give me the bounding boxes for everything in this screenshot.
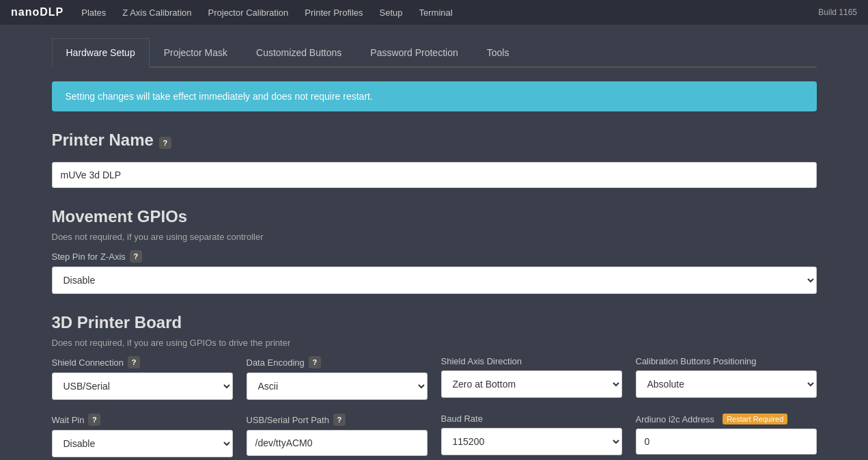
tab-hardware-setup[interactable]: Hardware Setup — [52, 38, 150, 68]
wait-pin-help-icon[interactable]: ? — [88, 414, 100, 426]
tab-bar: Hardware Setup Projector Mask Customized… — [52, 38, 817, 68]
usb-serial-port-path-label-row: USB/Serial Port Path ? — [247, 414, 428, 426]
topnav: nanoDLP Plates Z Axis Calibration Projec… — [0, 0, 868, 25]
baud-rate-select[interactable]: 9600 19200 38400 57600 115200 250000 — [441, 428, 622, 455]
movement-gpios-section: Movement GPIOs Does not required, if you… — [52, 207, 817, 294]
usb-serial-port-path-group: USB/Serial Port Path ? — [247, 414, 428, 457]
nav-link-z-axis[interactable]: Z Axis Calibration — [121, 2, 193, 23]
calibration-buttons-group: Calibration Buttons Positioning Absolute… — [636, 356, 817, 400]
baud-rate-label: Baud Rate — [441, 414, 483, 424]
printer-board-row2: Wait Pin ? Disable GPIO 2 GPIO 3 GPIO 4 … — [52, 414, 817, 460]
calibration-buttons-select[interactable]: Absolute Relative — [636, 370, 817, 398]
shield-axis-select[interactable]: Zero at Bottom Zero at Top — [441, 370, 622, 398]
wait-pin-label: Wait Pin — [52, 415, 85, 425]
logo-text: nanoDLP — [11, 6, 64, 18]
printer-name-input[interactable] — [52, 162, 817, 188]
arduino-i2c-address-group: Ardiuno i2c Address Restart Required — [636, 414, 817, 457]
restart-required-badge: Restart Required — [723, 414, 787, 424]
step-pin-label: Step Pin for Z-Axis — [52, 252, 126, 262]
printer-board-section: 3D Printer Board Does not required, if y… — [52, 313, 817, 460]
printer-name-help-icon[interactable]: ? — [159, 137, 171, 149]
baud-rate-group: Baud Rate 9600 19200 38400 57600 115200 … — [441, 414, 622, 457]
wait-pin-group: Wait Pin ? Disable GPIO 2 GPIO 3 GPIO 4 — [52, 414, 233, 457]
data-encoding-group: Data Encoding ? Ascii Binary — [247, 356, 428, 400]
tab-projector-mask[interactable]: Projector Mask — [150, 38, 242, 68]
shield-connection-help-icon[interactable]: ? — [128, 356, 140, 368]
shield-connection-label: Shield Connection — [52, 357, 124, 368]
shield-axis-label: Shield Axis Direction — [441, 356, 522, 366]
arduino-i2c-address-input[interactable] — [636, 429, 817, 455]
data-encoding-select[interactable]: Ascii Binary — [247, 373, 428, 400]
banner-message: Setting changes will take effect immedia… — [66, 91, 373, 102]
movement-gpios-desc: Does not required, if you are using sepa… — [52, 232, 817, 242]
step-pin-select[interactable]: Disable GPIO 2 GPIO 3 GPIO 4 GPIO 5 — [52, 267, 817, 294]
calibration-buttons-label-row: Calibration Buttons Positioning — [636, 356, 817, 366]
logo: nanoDLP — [11, 6, 64, 18]
shield-axis-label-row: Shield Axis Direction — [441, 356, 622, 366]
arduino-i2c-label: Ardiuno i2c Address — [636, 414, 715, 424]
tab-tools[interactable]: Tools — [473, 38, 524, 68]
data-encoding-label-row: Data Encoding ? — [247, 356, 428, 368]
build-number: Build 1165 — [818, 8, 857, 17]
tab-customized-buttons[interactable]: Customized Buttons — [242, 38, 356, 68]
shield-axis-group: Shield Axis Direction Zero at Bottom Zer… — [441, 356, 622, 400]
data-encoding-help-icon[interactable]: ? — [309, 356, 321, 368]
movement-gpios-title: Movement GPIOs — [52, 207, 817, 226]
printer-board-desc: Does not required, if you are using GPIO… — [52, 338, 817, 348]
usb-serial-port-path-label: USB/Serial Port Path — [247, 415, 329, 425]
step-pin-help-icon[interactable]: ? — [130, 250, 142, 262]
step-pin-label-row: Step Pin for Z-Axis ? — [52, 250, 817, 262]
printer-board-row1: Shield Connection ? USB/Serial Serial I2… — [52, 356, 817, 414]
printer-name-title: Printer Name — [52, 131, 154, 150]
shield-connection-select[interactable]: USB/Serial Serial I2C None — [52, 373, 233, 400]
wait-pin-label-row: Wait Pin ? — [52, 414, 233, 426]
nav-links: Plates Z Axis Calibration Projector Cali… — [80, 2, 818, 23]
nav-link-setup[interactable]: Setup — [378, 2, 404, 23]
baud-rate-label-row: Baud Rate — [441, 414, 622, 424]
shield-connection-label-row: Shield Connection ? — [52, 356, 233, 368]
nav-link-plates[interactable]: Plates — [80, 2, 107, 23]
step-pin-group: Step Pin for Z-Axis ? Disable GPIO 2 GPI… — [52, 250, 817, 294]
nav-link-printer-profiles[interactable]: Printer Profiles — [303, 2, 364, 23]
printer-name-section: Printer Name ? — [52, 131, 817, 188]
data-encoding-label: Data Encoding — [247, 357, 305, 368]
tab-password-protection[interactable]: Password Protection — [356, 38, 472, 68]
usb-serial-port-path-help-icon[interactable]: ? — [333, 414, 346, 426]
shield-connection-group: Shield Connection ? USB/Serial Serial I2… — [52, 356, 233, 400]
arduino-i2c-label-row: Ardiuno i2c Address Restart Required — [636, 414, 817, 424]
calibration-buttons-label: Calibration Buttons Positioning — [636, 356, 757, 366]
usb-serial-port-path-input[interactable] — [247, 430, 428, 456]
nav-link-terminal[interactable]: Terminal — [418, 2, 454, 23]
info-banner: Setting changes will take effect immedia… — [52, 81, 817, 111]
wait-pin-select[interactable]: Disable GPIO 2 GPIO 3 GPIO 4 — [52, 430, 233, 457]
nav-link-projector-calibration[interactable]: Projector Calibration — [207, 2, 290, 23]
main-content: Hardware Setup Projector Mask Customized… — [25, 25, 844, 460]
printer-board-title: 3D Printer Board — [52, 313, 817, 332]
